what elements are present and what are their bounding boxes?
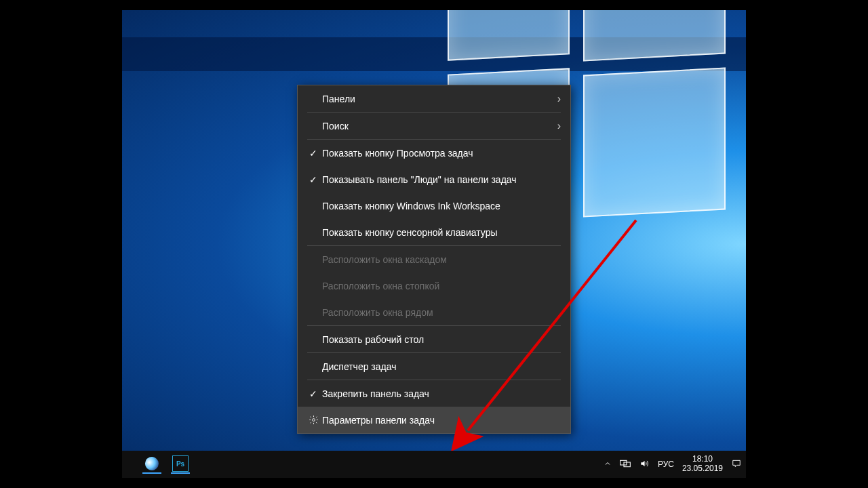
taskbar-left: Ps [122, 455, 190, 474]
menu-item-sidebyside: Расположить окна рядом [298, 299, 570, 325]
menu-item-toolbars[interactable]: Панели › [298, 85, 570, 112]
menu-item-label: Панели [322, 94, 557, 104]
wallpaper-pane [583, 67, 726, 217]
svg-rect-2 [620, 460, 627, 465]
language-indicator[interactable]: РУС [658, 460, 674, 469]
menu-item-cascade: Расположить окна каскадом [298, 246, 570, 272]
taskbar[interactable]: Ps РУС 18:10 23.05.2019 [122, 451, 746, 478]
wallpaper-pane [448, 10, 570, 61]
menu-item-show-people[interactable]: ✓ Показывать панель "Люди" на панели зад… [298, 166, 570, 192]
menu-item-show-desktop[interactable]: Показать рабочий стол [298, 326, 570, 352]
check-icon: ✓ [309, 148, 317, 159]
menu-item-label: Показать рабочий стол [322, 334, 561, 345]
menu-item-label: Показать кнопку сенсорной клавиатуры [322, 227, 561, 238]
svg-rect-3 [624, 462, 630, 467]
menu-item-label: Параметры панели задач [322, 415, 561, 426]
menu-item-label: Закрепить панель задач [322, 388, 561, 399]
menu-item-label: Расположить окна каскадом [322, 254, 561, 265]
taskbar-context-menu: Панели › Поиск › ✓ Показать кнопку Просм… [297, 85, 571, 434]
svg-point-0 [312, 419, 315, 422]
clock-date: 23.05.2019 [682, 464, 723, 474]
menu-item-label: Расположить окна рядом [322, 307, 561, 318]
clock-time: 18:10 [682, 455, 723, 464]
wallpaper-pane [583, 10, 726, 62]
menu-item-show-keyboard[interactable]: Показать кнопку сенсорной клавиатуры [298, 219, 570, 245]
menu-item-label: Диспетчер задач [322, 361, 561, 372]
menu-item-search[interactable]: Поиск › [298, 113, 570, 139]
tray-overflow-icon[interactable] [604, 460, 612, 470]
menu-item-lock-taskbar[interactable]: ✓ Закрепить панель задач [298, 380, 570, 407]
check-icon: ✓ [309, 174, 317, 185]
action-center-icon[interactable] [731, 459, 742, 470]
check-icon: ✓ [309, 388, 317, 399]
menu-item-label: Показать кнопку Windows Ink Workspace [322, 201, 561, 211]
menu-item-label: Расположить окна стопкой [322, 281, 561, 291]
menu-item-taskbar-settings[interactable]: Параметры панели задач [298, 407, 570, 433]
chevron-right-icon: › [557, 120, 561, 132]
menu-item-label: Показать кнопку Просмотра задач [322, 148, 561, 159]
menu-item-stack: Расположить окна стопкой [298, 272, 570, 299]
photoshop-icon[interactable]: Ps [171, 455, 190, 474]
gear-icon [309, 415, 319, 425]
tray-clock[interactable]: 18:10 23.05.2019 [682, 455, 723, 474]
cortana-icon[interactable] [142, 455, 161, 474]
menu-item-task-manager[interactable]: Диспетчер задач [298, 353, 570, 380]
menu-item-label: Показывать панель "Люди" на панели задач [322, 174, 561, 185]
volume-icon[interactable] [639, 459, 650, 470]
system-tray: РУС 18:10 23.05.2019 [604, 455, 746, 474]
ps-label: Ps [172, 455, 189, 472]
menu-item-show-taskview[interactable]: ✓ Показать кнопку Просмотра задач [298, 140, 570, 166]
menu-item-label: Поиск [322, 121, 557, 131]
menu-item-show-ink[interactable]: Показать кнопку Windows Ink Workspace [298, 192, 570, 219]
chevron-right-icon: › [557, 93, 561, 105]
desktop[interactable]: Панели › Поиск › ✓ Показать кнопку Просм… [122, 10, 746, 478]
project-icon[interactable] [620, 459, 631, 470]
